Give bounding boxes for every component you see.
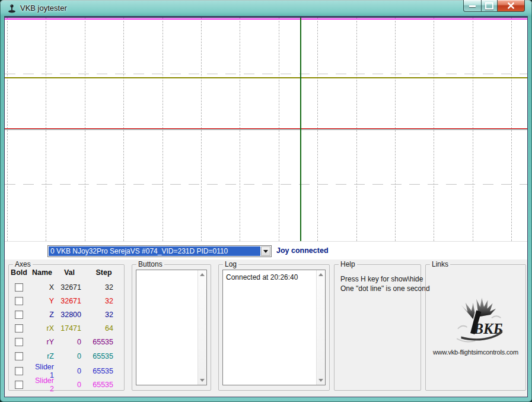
axis-name: Z [29,311,55,319]
log-scrollbar[interactable] [316,270,325,385]
window-title: VKB joytester [20,4,67,12]
axis-name: rY [29,338,55,346]
scroll-down-icon[interactable] [318,379,323,382]
axis-value: 0 [55,338,84,346]
axis-value: 0 [55,367,84,375]
close-icon [508,2,514,9]
bottom-panel: Axes Bold Name Val Step X3267132Y3267132… [5,259,527,397]
axis-step: 64 [84,324,124,333]
axis-row: Z3280032 [9,308,124,321]
header-name: Name [29,268,55,277]
buttons-list-content [136,270,197,385]
help-text: Press H key for show\hide One "dot line"… [340,274,430,293]
bold-checkbox[interactable] [15,283,23,292]
axis-name: Y [29,297,55,305]
axis-row: Slider 1065535 [9,363,124,376]
minimize-button[interactable] [463,0,481,12]
trace-slider2 [5,18,527,20]
bold-checkbox[interactable] [15,367,23,375]
log-list-content: Connected at 20:26:40 [223,270,316,385]
axis-step: 65535 [84,367,124,375]
window-controls [463,0,525,12]
buttons-scrollbar[interactable] [197,270,206,385]
website-link[interactable]: www.vkb-flightsimcontrols.com [426,349,525,356]
bold-checkbox[interactable] [15,352,23,360]
client-area: 0 VKB NJoy32Pro SerejaVS #074_VID=231D P… [5,17,527,397]
bold-checkbox[interactable] [15,324,23,333]
axis-value: 0 [55,381,84,389]
axis-value: 32671 [55,283,84,292]
header-step: Step [84,268,124,277]
axes-group: Axes Bold Name Val Step X3267132Y3267132… [8,264,125,391]
bold-checkbox[interactable] [15,381,23,389]
grid-line-horizontal [5,184,527,185]
links-group: Links ВКБ www.vkb-flightsimcont [425,264,526,391]
help-line-1: Press H key for show\hide [340,274,430,284]
links-group-label: Links [430,260,450,268]
help-group-label: Help [339,260,357,268]
close-button[interactable] [498,0,525,12]
buttons-group-label: Buttons [136,260,164,268]
axis-step: 65535 [84,381,124,389]
vkb-logo: ВКБ [445,296,510,346]
plot-top-border [5,17,527,18]
axes-group-label: Axes [13,260,33,268]
axis-step: 65535 [84,352,124,360]
device-select[interactable]: 0 VKB NJoy32Pro SerejaVS #074_VID=231D P… [47,245,272,257]
grid-line-horizontal [5,74,527,74]
buttons-listbox[interactable] [136,270,207,385]
axis-row: Y3267132 [9,294,124,308]
axes-table-header: Bold Name Val Step [9,268,124,277]
bold-checkbox[interactable] [15,311,23,319]
axis-value: 32800 [55,311,84,319]
help-group: Help Press H key for show\hide One "dot … [334,264,421,391]
axis-row: rX1747164 [9,322,124,335]
device-select-value: 0 VKB NJoy32Pro SerejaVS #074_VID=231D P… [49,246,260,256]
axis-row: X3267132 [9,280,124,294]
plot-area [5,17,527,242]
help-line-2: One "dot line" is one second [340,284,430,293]
header-val: Val [55,268,84,277]
axes-rows: X3267132Y3267132Z3280032rX1747164rY06553… [9,280,124,391]
axis-step: 32 [84,311,124,319]
axis-step: 32 [84,297,124,305]
maximize-button[interactable] [481,0,498,12]
grid-line-center [5,129,527,130]
maximize-icon [485,2,493,10]
axis-row: rY065535 [9,335,124,349]
scroll-up-icon[interactable] [200,273,205,276]
bold-checkbox[interactable] [15,338,23,346]
scroll-down-icon[interactable] [200,379,205,382]
log-group: Log Connected at 20:26:40 [218,264,330,391]
buttons-group: Buttons [132,264,211,391]
log-group-label: Log [223,260,238,268]
device-bar: 0 VKB NJoy32Pro SerejaVS #074_VID=231D P… [5,242,527,259]
axis-row: rZ065535 [9,349,124,363]
axis-name: X [29,283,55,292]
connection-status-text: Joy connected [276,246,329,255]
app-window: VKB joytester 0 VKB NJoy32Pro SerejaVS [0,0,532,402]
device-select-dropdown-button[interactable] [261,246,270,256]
chevron-down-icon [263,250,268,253]
axis-name: Slider 2 [29,376,55,393]
axis-step: 65535 [84,338,124,346]
header-bold: Bold [9,268,29,277]
titlebar[interactable]: VKB joytester [0,0,532,17]
axis-name: rX [29,324,55,333]
axis-value: 32671 [55,297,84,305]
time-cursor [300,18,301,241]
scroll-up-icon[interactable] [318,273,323,276]
bold-checkbox[interactable] [15,297,23,305]
log-listbox[interactable]: Connected at 20:26:40 [222,270,326,385]
log-entry: Connected at 20:26:40 [223,270,316,281]
axis-row: Slider 2065535 [9,376,124,390]
axis-value: 17471 [55,324,84,333]
minimize-icon [469,5,476,7]
trace-rx [5,77,527,78]
axis-name: rZ [29,352,55,360]
joystick-icon [7,4,17,13]
axis-step: 32 [84,283,124,292]
axis-value: 0 [55,352,84,360]
